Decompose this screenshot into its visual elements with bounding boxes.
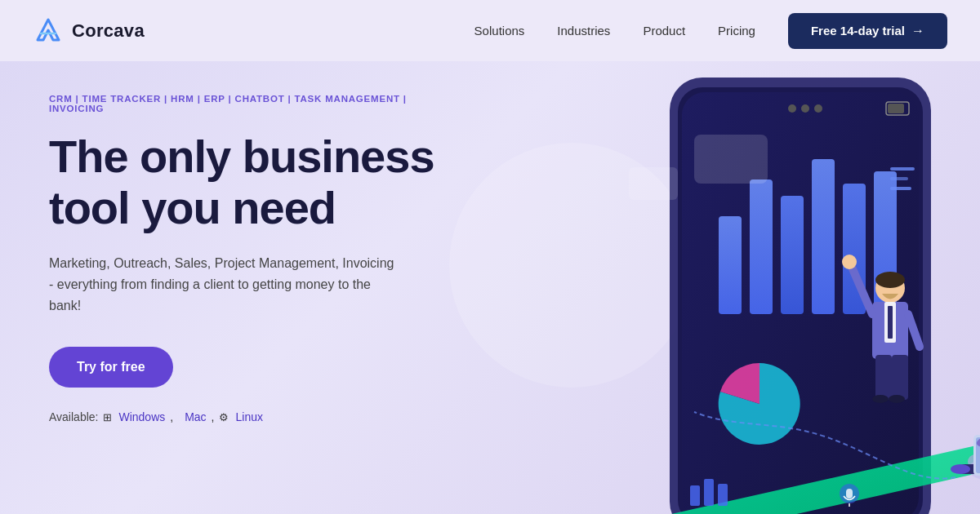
main-nav: Solutions Industries Product Pricing Fre… (474, 13, 947, 49)
nav-pricing[interactable]: Pricing (718, 24, 755, 38)
nav-industries[interactable]: Industries (557, 24, 610, 38)
svg-rect-20 (888, 306, 893, 339)
svg-rect-43 (694, 135, 768, 184)
svg-point-27 (872, 395, 889, 403)
nav-solutions[interactable]: Solutions (474, 24, 525, 38)
svg-rect-45 (690, 485, 700, 506)
svg-point-4 (801, 104, 809, 113)
logo-area: Corcava (33, 16, 145, 47)
hero-heading: The only business tool you need (49, 131, 441, 233)
svg-rect-49 (846, 489, 853, 498)
svg-rect-10 (781, 196, 804, 314)
svg-rect-46 (704, 479, 714, 506)
tagline: CRM | TIME TRACKER | HRM | ERP | CHATBOT… (49, 94, 441, 113)
svg-rect-16 (890, 187, 911, 190)
linux-link[interactable]: Linux (235, 410, 262, 423)
svg-point-28 (889, 395, 905, 403)
svg-point-24 (842, 255, 857, 269)
svg-point-5 (814, 104, 822, 113)
hero-illustration (425, 61, 980, 514)
available-label: Available: (49, 410, 98, 423)
try-for-free-button[interactable]: Try for free (49, 347, 173, 388)
free-trial-button[interactable]: Free 14-day trial → (788, 13, 947, 49)
svg-point-26 (875, 272, 905, 288)
svg-point-3 (788, 104, 796, 113)
svg-rect-21 (875, 355, 892, 400)
svg-point-32 (951, 464, 970, 474)
logo-icon (33, 16, 64, 47)
svg-rect-22 (892, 355, 908, 400)
logo-text: Corcava (72, 20, 145, 42)
windows-link[interactable]: Windows (118, 410, 165, 423)
svg-rect-9 (750, 179, 773, 314)
arrow-icon: → (911, 24, 924, 38)
mac-link[interactable]: Mac (185, 410, 206, 423)
hero-content: CRM | TIME TRACKER | HRM | ERP | CHATBOT… (0, 61, 474, 514)
svg-rect-15 (890, 177, 908, 180)
svg-rect-11 (812, 159, 835, 314)
svg-rect-14 (890, 167, 915, 171)
header: Corcava Solutions Industries Product Pri… (0, 0, 980, 61)
windows-icon: ⊞ (103, 411, 112, 423)
hero-section: CRM | TIME TRACKER | HRM | ERP | CHATBOT… (0, 61, 980, 514)
linux-icon: ⚙ (219, 411, 229, 423)
svg-rect-8 (719, 216, 742, 314)
nav-product[interactable]: Product (643, 24, 685, 38)
svg-rect-44 (629, 167, 678, 200)
platform-row: Available: ⊞ Windows, Mac, ⚙ Linux (49, 410, 441, 423)
hero-description: Marketing, Outreach, Sales, Project Mana… (49, 253, 400, 316)
svg-rect-7 (888, 104, 904, 113)
svg-rect-47 (718, 484, 728, 506)
